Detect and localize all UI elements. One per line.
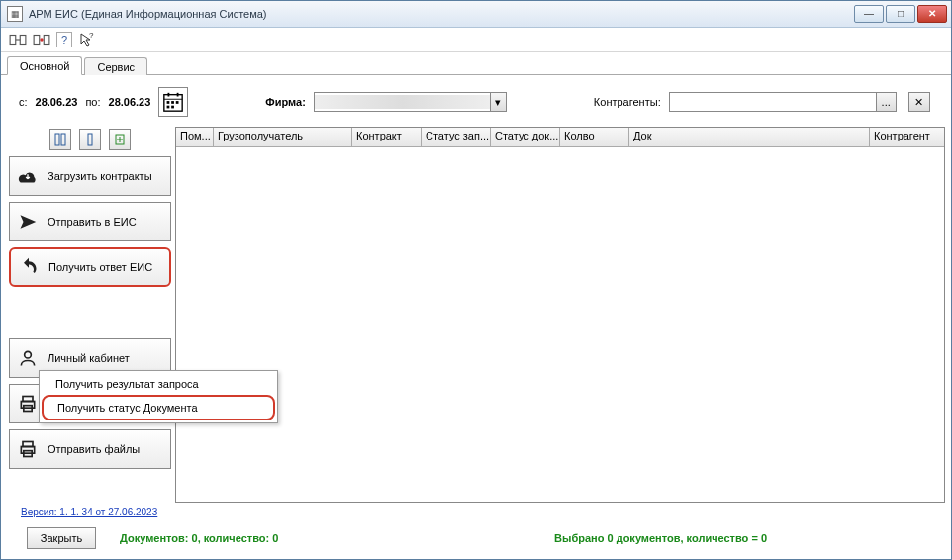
tab-main[interactable]: Основной [7,56,82,75]
send-eis-label: Отправить в ЕИС [48,216,164,228]
svg-rect-3 [44,35,49,44]
filter-bar: с: 28.06.23 по: 28.06.23 Фирма: ▾ Контра… [7,81,945,127]
close-window-button[interactable]: ✕ [917,5,947,23]
maximize-button[interactable]: □ [886,5,915,23]
svg-rect-2 [34,35,40,44]
close-button[interactable]: Закрыть [27,527,96,549]
col-pom[interactable]: Пом... [176,128,214,146]
to-date[interactable]: 28.06.23 [109,96,151,108]
firm-dropdown-icon[interactable]: ▾ [490,93,506,111]
svg-rect-10 [167,101,170,104]
content-area: с: 28.06.23 по: 28.06.23 Фирма: ▾ Контра… [1,75,951,559]
window-buttons: — □ ✕ [854,5,947,23]
svg-rect-15 [55,134,59,145]
footer: Закрыть Документов: 0, количество: 0 Выб… [7,523,945,553]
send-files-button[interactable]: Отправить файлы [9,429,171,469]
context-menu: Получить результат запроса Получить стат… [39,370,278,423]
get-answer-eis-button[interactable]: Получить ответ ЕИС [9,247,171,287]
cloud-download-icon [16,167,40,185]
user-icon [16,348,40,368]
col-status-dok[interactable]: Статус док... [491,128,560,146]
col-kontragent[interactable]: Контрагент [870,128,944,146]
to-label: по: [85,96,100,108]
help-icon[interactable]: ? [56,32,72,47]
small-toolbar: ? ? [1,28,951,52]
svg-rect-11 [172,101,175,104]
from-label: с: [19,96,28,108]
status-documents: Документов: 0, количество: 0 [120,532,278,544]
calendar-button[interactable] [158,87,188,117]
mini-btn-2[interactable] [79,129,101,150]
kontragent-input[interactable]: ... [669,92,897,112]
get-answer-label: Получить ответ ЕИС [48,261,163,273]
svg-rect-12 [176,101,179,104]
whats-this-icon[interactable]: ? [78,31,96,48]
send-files-label: Отправить файлы [48,443,164,455]
body-row: Загрузить контракты Отправить в ЕИС Полу… [7,127,945,503]
print-icon [16,394,40,414]
menu-get-document-status[interactable]: Получить статус Документа [42,395,275,420]
mini-btn-1[interactable] [49,129,71,150]
svg-rect-16 [61,134,65,145]
col-gruz[interactable]: Грузополучатель [214,128,352,146]
version-link[interactable]: Версия: 1. 1. 34 от 27.06.2023 [7,507,945,523]
col-dok[interactable]: Док [629,128,870,146]
tab-service[interactable]: Сервис [84,57,147,75]
minimize-button[interactable]: — [854,5,884,23]
grid-body[interactable] [176,147,944,502]
calendar-icon [162,91,184,113]
send-eis-button[interactable]: Отправить в ЕИС [9,202,171,241]
from-date[interactable]: 28.06.23 [36,96,78,108]
tool-icon-1[interactable] [9,31,27,48]
kontragent-browse-button[interactable]: ... [876,93,896,111]
load-contracts-label: Загрузить контракты [48,170,164,182]
col-kolvo[interactable]: Колво [560,128,629,146]
titlebar: ▦ АРМ ЕИС (Единая Информационная Система… [1,1,951,28]
svg-point-4 [40,38,43,41]
undo-icon [17,257,41,277]
status-selected: Выбрано 0 документов, количество = 0 [554,532,767,544]
app-icon: ▦ [7,6,23,22]
svg-rect-17 [88,134,92,145]
svg-rect-13 [167,106,170,109]
window-title: АРМ ЕИС (Единая Информационная Система) [29,8,854,20]
col-status-zap[interactable]: Статус зап... [422,128,491,146]
send-icon [16,213,40,231]
svg-rect-0 [10,35,16,44]
kontragent-label: Контрагенты: [594,96,661,108]
firm-label: Фирма: [265,96,306,108]
tool-icon-2[interactable] [33,31,50,48]
firm-combo[interactable]: ▾ [314,92,507,112]
mini-btn-3[interactable] [109,129,131,150]
cabinet-label: Личный кабинет [48,352,164,364]
data-grid[interactable]: Пом... Грузополучатель Контракт Статус з… [175,127,945,503]
menu-get-request-result[interactable]: Получить результат запроса [42,373,275,395]
svg-rect-1 [20,35,26,44]
left-column: Загрузить контракты Отправить в ЕИС Полу… [7,127,171,503]
app-window: ▦ АРМ ЕИС (Единая Информационная Система… [0,0,952,560]
grid-header: Пом... Грузополучатель Контракт Статус з… [176,128,944,147]
load-contracts-button[interactable]: Загрузить контракты [9,156,171,196]
svg-rect-14 [172,106,175,109]
svg-text:?: ? [89,32,94,40]
firm-value [315,95,490,109]
print-icon-2 [16,439,40,459]
tab-strip: Основной Сервис [1,52,951,75]
mini-button-row [9,127,171,156]
svg-point-19 [25,351,32,358]
col-kontrakt[interactable]: Контракт [352,128,422,146]
clear-kontragent-button[interactable]: ✕ [908,92,930,112]
